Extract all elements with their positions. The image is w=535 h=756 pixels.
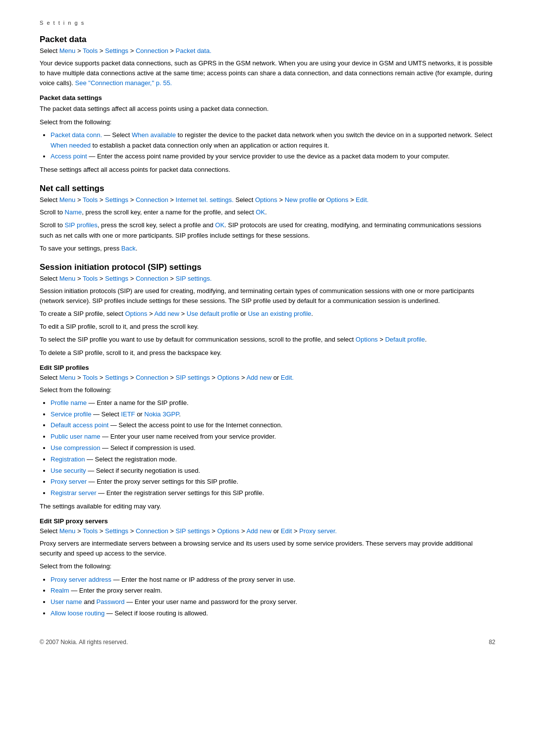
nav-sip-settings-3[interactable]: SIP settings <box>176 527 210 535</box>
edit-sip-list: Profile name — Enter a name for the SIP … <box>51 398 495 499</box>
registrar-server-link[interactable]: Registrar server <box>51 489 96 497</box>
service-profile-link[interactable]: Service profile <box>51 410 91 418</box>
subsection-title-packet-data-settings: Packet data settings <box>40 94 495 101</box>
section-title-net-call: Net call settings <box>40 184 495 194</box>
nav-tools-2[interactable]: Tools <box>83 196 98 203</box>
options-default-link[interactable]: Options <box>356 336 378 343</box>
add-new-link[interactable]: Add new <box>154 310 179 317</box>
name-link[interactable]: Name <box>65 208 82 216</box>
public-user-name-link[interactable]: Public user name <box>51 433 100 440</box>
when-needed-link[interactable]: When needed <box>51 142 91 149</box>
list-item: Default access point — Select the access… <box>51 420 495 431</box>
nav-edit[interactable]: Edit. <box>356 196 369 203</box>
packet-data-select-label: Select from the following: <box>40 117 495 127</box>
list-item: Use compression — Select if compression … <box>51 443 495 454</box>
copyright: © 2007 Nokia. All rights reserved. <box>40 639 128 646</box>
nav-link-tools[interactable]: Tools <box>83 47 98 54</box>
default-profile-link[interactable]: Default profile <box>385 336 425 343</box>
nav-menu-3[interactable]: Menu <box>59 275 76 282</box>
nav-menu-2[interactable]: Menu <box>59 196 76 203</box>
realm-link[interactable]: Realm <box>51 587 69 594</box>
nav-options-3[interactable]: Options <box>326 196 348 203</box>
nav-tools-4[interactable]: Tools <box>83 374 98 381</box>
nav-proxy-server[interactable]: Proxy server. <box>299 527 337 535</box>
nav-net-call: Select Menu > Tools > Settings > Connect… <box>40 196 495 203</box>
nav-settings-5[interactable]: Settings <box>105 527 128 535</box>
nav-add-new[interactable]: Add new <box>246 374 271 381</box>
subsection-title-edit-sip: Edit SIP profiles <box>40 364 495 371</box>
nav-connection-5[interactable]: Connection <box>136 527 168 535</box>
proxy-server-link[interactable]: Proxy server <box>51 478 87 485</box>
proxy-server-address-link[interactable]: Proxy server address <box>51 576 111 583</box>
packet-data-conn-link[interactable]: Packet data conn. <box>51 131 102 139</box>
net-call-sip-profiles: Scroll to SIP profiles, press the scroll… <box>40 220 495 240</box>
ok-link-2[interactable]: OK <box>215 221 224 229</box>
nav-connection-2[interactable]: Connection <box>136 196 168 203</box>
when-available-link[interactable]: When available <box>132 131 176 139</box>
use-security-link[interactable]: Use security <box>51 467 86 474</box>
section-title-packet-data: Packet data <box>40 35 495 45</box>
nav-link-menu[interactable]: Menu <box>59 47 76 54</box>
ietf-link[interactable]: IETF <box>121 410 135 418</box>
nav-link-settings[interactable]: Settings <box>105 47 128 54</box>
nav-edit-sip-proxy: Select Menu > Tools > Settings > Connect… <box>40 527 495 535</box>
access-point-link[interactable]: Access point <box>51 152 87 160</box>
options-link-sip[interactable]: Options <box>125 310 147 317</box>
user-name-link[interactable]: User name <box>51 598 82 605</box>
proxy-desc: Proxy servers are intermediate servers b… <box>40 539 495 558</box>
nav-connection-3[interactable]: Connection <box>136 275 168 282</box>
list-item: Public user name — Enter your user name … <box>51 432 495 442</box>
packet-data-settings-desc: The packet data settings affect all acce… <box>40 104 495 114</box>
nav-options-2[interactable]: Options <box>255 196 277 203</box>
list-item: Registrar server — Enter the registratio… <box>51 488 495 499</box>
section-title-sip: Session initiation protocol (SIP) settin… <box>40 262 495 272</box>
nav-options-4[interactable]: Options <box>217 374 240 381</box>
nav-add-new-2[interactable]: Add new <box>246 527 271 535</box>
default-access-point-link[interactable]: Default access point <box>51 421 108 429</box>
use-existing-profile-link[interactable]: Use an existing profile <box>248 310 311 317</box>
nav-internet-tel[interactable]: Internet tel. settings. <box>176 196 234 203</box>
nav-menu-5[interactable]: Menu <box>59 527 76 535</box>
see-connection-manager-link[interactable]: See "Connection manager," p. 55. <box>75 79 172 87</box>
nav-link-packet-data[interactable]: Packet data. <box>176 47 212 54</box>
packet-data-list: Packet data conn. — Select When availabl… <box>51 130 495 162</box>
nav-link-connection[interactable]: Connection <box>136 47 168 54</box>
registration-link[interactable]: Registration <box>51 455 85 463</box>
nav-settings-2[interactable]: Settings <box>105 196 128 203</box>
password-link[interactable]: Password <box>97 598 125 605</box>
sip-create: To create a SIP profile, select Options … <box>40 309 495 319</box>
nav-options-5[interactable]: Options <box>217 527 240 535</box>
use-default-profile-link[interactable]: Use default profile <box>187 310 239 317</box>
packet-data-body: Your device supports packet data connect… <box>40 58 495 88</box>
nav-sip-settings[interactable]: SIP settings. <box>176 275 212 282</box>
ok-link[interactable]: OK <box>256 208 265 216</box>
nav-sip-settings-2[interactable]: SIP settings <box>176 374 210 381</box>
page-number: 82 <box>489 639 495 646</box>
nav-tools-5[interactable]: Tools <box>83 527 98 535</box>
nav-settings-3[interactable]: Settings <box>105 275 128 282</box>
proxy-select: Select from the following: <box>40 561 495 571</box>
nav-edit-sip: Select Menu > Tools > Settings > Connect… <box>40 374 495 381</box>
list-item: Packet data conn. — Select When availabl… <box>51 130 495 151</box>
list-item: Realm — Enter the proxy server realm. <box>51 586 495 596</box>
profile-name-link[interactable]: Profile name <box>51 399 87 406</box>
list-item: Service profile — Select IETF or Nokia 3… <box>51 409 495 420</box>
use-compression-link[interactable]: Use compression <box>51 444 100 452</box>
nav-menu-4[interactable]: Menu <box>59 374 76 381</box>
sip-profiles-link[interactable]: SIP profiles <box>65 221 98 229</box>
back-link[interactable]: Back <box>121 245 136 252</box>
sip-delete: To delete a SIP profile, scroll to it, a… <box>40 348 495 358</box>
allow-loose-routing-link[interactable]: Allow loose routing <box>51 609 105 617</box>
list-item: Proxy server address — Enter the host na… <box>51 575 495 585</box>
edit-sip-after: The settings available for editing may v… <box>40 502 495 511</box>
nav-edit-2[interactable]: Edit. <box>281 374 294 381</box>
net-call-save: To save your settings, press Back. <box>40 244 495 253</box>
nav-tools-3[interactable]: Tools <box>83 275 98 282</box>
nav-edit-3[interactable]: Edit <box>281 527 292 535</box>
sip-select-default: To select the SIP profile you want to us… <box>40 335 495 345</box>
nav-sip: Select Menu > Tools > Settings > Connect… <box>40 275 495 282</box>
nav-settings-4[interactable]: Settings <box>105 374 128 381</box>
nav-connection-4[interactable]: Connection <box>136 374 168 381</box>
nav-new-profile[interactable]: New profile <box>285 196 317 203</box>
nokia-3gpp-link[interactable]: Nokia 3GPP <box>144 410 179 418</box>
